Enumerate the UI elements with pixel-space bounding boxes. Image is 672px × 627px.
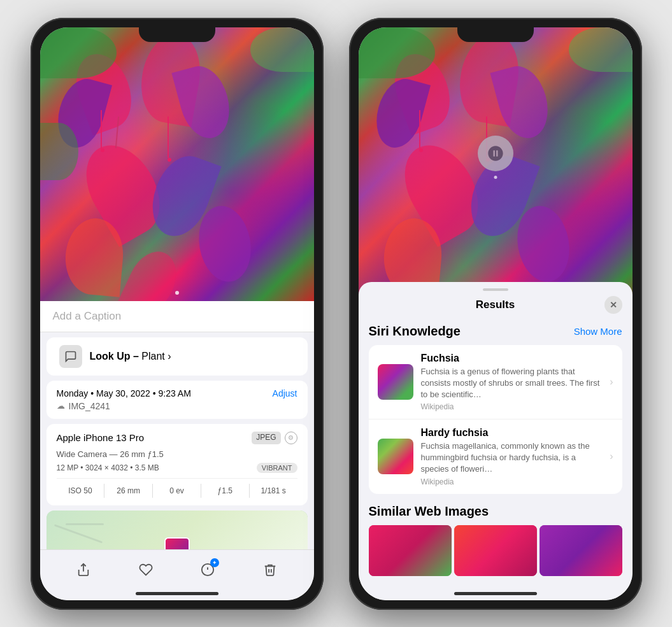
hardy-source: Wikipedia [421,477,603,486]
show-more-button[interactable]: Show More [574,326,622,337]
fuchsia-chevron: › [610,376,613,388]
hardy-fuchsia-item[interactable]: Hardy fuchsia Fuchsia magellanica, commo… [369,419,622,494]
camera-specs: Wide Camera — 26 mm ƒ1.5 [57,449,297,459]
flower-photo[interactable] [40,27,314,301]
filename-text: IMG_4241 [69,401,110,411]
info-badge: ✦ [210,558,219,567]
date-row: Monday • May 30, 2022 • 9:23 AM Adjust [57,388,297,398]
cloud-icon: ☁ [57,401,65,411]
close-icon: ✕ [610,300,617,310]
exif-row: ISO 50 26 mm 0 ev ƒ1.5 1/181 s [57,478,297,498]
close-button[interactable]: ✕ [604,296,622,314]
flower-petals [40,27,314,301]
lookup-label: Look Up – Plant › [90,351,295,362]
hardy-chevron: › [610,451,613,462]
siri-knowledge-header: Siri Knowledge Show More [369,324,622,339]
caption-area[interactable]: Add a Caption [40,301,314,332]
share-button[interactable] [69,556,97,584]
hardy-name: Hardy fuchsia [421,427,603,439]
similar-header: Similar Web Images [369,504,622,519]
results-title: Results [476,299,515,311]
exif-shutter: 1/181 s [250,484,297,498]
knowledge-card: Fuchsia Fuchsia is a genus of flowering … [369,345,622,494]
favorite-button[interactable] [132,556,160,584]
similar-image-1[interactable] [369,525,452,576]
caption-placeholder: Add a Caption [53,310,122,322]
info-button[interactable]: ✦ [194,556,222,584]
siri-dot [494,176,497,179]
vibrant-badge: VIBRANT [257,463,297,473]
info-panel: Add a Caption Look Up – Plant › [40,301,314,573]
specs-row: 12 MP • 3024 × 4032 • 3.5 MB VIBRANT [57,463,297,473]
lookup-prefix: Look Up – [90,351,139,362]
phone-1-screen: Add a Caption Look Up – Plant › [40,27,314,600]
results-content[interactable]: Siri Knowledge Show More Fuchsia Fuchsia… [359,319,633,599]
meta-section: Monday • May 30, 2022 • 9:23 AM Adjust ☁… [46,381,308,419]
lookup-row[interactable]: Look Up – Plant › [46,337,308,376]
phone-1-frame: Add a Caption Look Up – Plant › [31,18,324,610]
delete-button[interactable] [256,556,284,584]
home-indicator [136,592,218,595]
siri-knowledge-title: Siri Knowledge [369,324,461,339]
settings-icon: ⚙ [285,432,297,444]
format-badge: JPEG [252,432,280,444]
lookup-icon [59,345,82,368]
fuchsia-desc: Fuchsia is a genus of flowering plants t… [421,366,603,401]
results-panel: Results ✕ Siri Knowledge Show More [359,282,633,600]
adjust-button[interactable]: Adjust [273,388,297,398]
hardy-thumbnail [378,439,413,474]
filename-row: ☁ IMG_4241 [57,401,297,411]
hardy-info: Hardy fuchsia Fuchsia magellanica, commo… [421,427,603,486]
device-name: Apple iPhone 13 Pro [57,432,145,443]
fuchsia-source: Wikipedia [421,402,603,411]
device-row: Apple iPhone 13 Pro JPEG ⚙ [57,432,297,444]
mp-specs: 12 MP • 3024 × 4032 • 3.5 MB [57,463,159,472]
exif-aperture: ƒ1.5 [201,484,250,498]
fuchsia-item[interactable]: Fuchsia Fuchsia is a genus of flowering … [369,345,622,420]
exif-iso: ISO 50 [57,484,105,498]
hardy-desc: Fuchsia magellanica, commonly known as t… [421,440,603,476]
badge-row: JPEG ⚙ [252,432,297,444]
photo-date: Monday • May 30, 2022 • 9:23 AM [57,388,191,398]
lookup-type: Plant [141,351,164,362]
phone-2-screen: Results ✕ Siri Knowledge Show More [359,27,633,600]
home-indicator-2 [454,592,537,595]
lookup-chevron: › [168,351,171,362]
fuchsia-thumbnail [378,364,413,400]
similar-image-2[interactable] [454,525,537,576]
device-section: Apple iPhone 13 Pro JPEG ⚙ Wide Camera —… [46,424,308,505]
exif-focal: 26 mm [104,484,153,498]
similar-title: Similar Web Images [369,504,489,519]
fuchsia-name: Fuchsia [421,353,603,364]
similar-images-row [369,525,622,576]
fuchsia-info: Fuchsia Fuchsia is a genus of flowering … [421,353,603,412]
similar-image-3[interactable] [540,525,622,576]
page-indicator [175,291,179,295]
phone-2-frame: Results ✕ Siri Knowledge Show More [349,18,642,610]
siri-button[interactable] [478,136,513,171]
phones-container: Add a Caption Look Up – Plant › [18,5,655,623]
exif-ev: 0 ev [153,484,201,498]
similar-section: Similar Web Images [369,504,622,576]
results-header: Results ✕ [359,291,633,319]
